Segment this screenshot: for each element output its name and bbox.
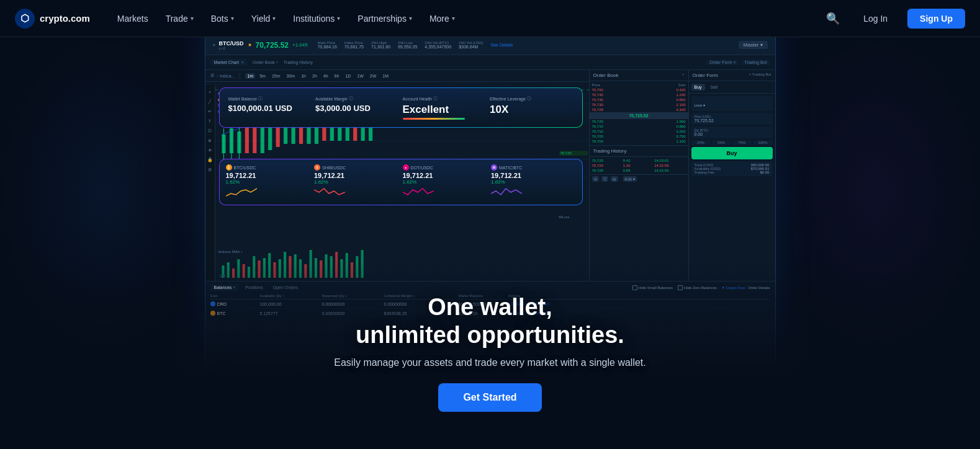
effective-leverage-section: Effective Leverage ⓘ 10X — [490, 96, 573, 120]
nav-item-partnerships[interactable]: Partnerships ▾ — [350, 10, 420, 27]
low-value: 69,550.35 — [398, 45, 417, 49]
high-value: 71,301.80 — [371, 45, 390, 49]
chevron-down-icon: ▾ — [272, 15, 276, 22]
effective-leverage-label: Effective Leverage ⓘ — [490, 96, 573, 102]
fee-value: $0.00 — [760, 171, 769, 174]
time-6h: 6h — [333, 73, 341, 79]
wallet-balance-section: Wallet Balance ⓘ $100,000.01 USD — [228, 96, 312, 120]
nav-item-more[interactable]: More ▾ — [422, 10, 462, 27]
sell-tab: Sell — [708, 84, 721, 91]
dot-usdc-pair: ● DOT/USDC 19,712.21 1.62% — [403, 164, 488, 200]
matic-icon: M — [491, 164, 497, 171]
ticker-pair: ≡ BTC/USD L=2 ★ 70,725.52 +1.045 — [213, 40, 308, 50]
info-icon: ⓘ — [349, 96, 353, 102]
wallet-balance-label: Wallet Balance ⓘ — [228, 96, 312, 102]
depth-grid-icon: ⊞ — [592, 176, 599, 182]
shib-pair-name: SHIB/USDC — [322, 166, 346, 170]
th-row: 70,7250.4214:23:01 — [590, 158, 688, 163]
nav-item-institutions[interactable]: Institutions ▾ — [285, 10, 348, 27]
ticker-details: Mark Price 70,684.16 Index Price 70,681.… — [318, 41, 513, 49]
nav-item-bots[interactable]: Bots ▾ — [204, 10, 241, 27]
nav-right: 🔍 Log In Sign Up — [822, 8, 965, 29]
login-button[interactable]: Log In — [853, 10, 897, 27]
market-chart-tab: Market Chart × — [210, 59, 248, 66]
matic-pair-header: M MATIC/BTC — [491, 164, 576, 171]
nav-item-markets[interactable]: Markets — [110, 10, 156, 27]
index-price: 70,681.75 — [344, 45, 364, 49]
favorite-icon: ★ — [248, 42, 252, 48]
search-icon[interactable]: 🔍 — [822, 8, 843, 29]
nav-item-trade[interactable]: Trade ▾ — [158, 10, 201, 27]
divider — [240, 73, 240, 79]
buy-button[interactable]: Buy — [691, 147, 773, 159]
order-type-tabs: Buy Sell — [689, 81, 775, 94]
eye-icon: 👁 — [208, 148, 212, 153]
trading-bot-tab: Trading Bot — [742, 60, 770, 65]
trading-history-title: Trading History — [590, 145, 688, 157]
matic-btc-pair: M MATIC/BTC 19,712.21 1.62% — [491, 164, 576, 200]
see-details-link: See Details — [491, 43, 513, 47]
chevron-down-icon: ▾ — [452, 15, 455, 22]
ob-bid-row: 70,7103.200 — [590, 129, 688, 134]
order-book-asks: PriceSize 70,7500.420 70,7401.230 70,735… — [590, 81, 688, 145]
btc-pair-header: ₿ BTC/USDC — [226, 164, 311, 171]
pencil-icon: ✏ — [208, 109, 212, 114]
nav-links: Markets Trade ▾ Bots ▾ Yield ▾ Instituti… — [110, 10, 822, 27]
order-form-title: Order Form — [693, 73, 718, 78]
chevron-down-icon: ▾ — [337, 15, 340, 22]
order-form-close: × Trading Bot — [749, 73, 771, 78]
time-5m: 5m — [258, 73, 267, 79]
ticker-price: 70,725.52 — [256, 41, 289, 50]
ob-bid-row: 70,7150.890 — [590, 124, 688, 129]
line-icon: ╱ — [209, 99, 211, 104]
health-bar — [403, 118, 465, 120]
ticker-symbol: BTC/USD — [219, 40, 244, 47]
fee-label: Trading Fee — [695, 171, 714, 174]
time-1h: 1h — [299, 73, 308, 79]
menu-icon: ≡ — [213, 43, 215, 47]
available-margin-label: Available Margin ⓘ — [315, 96, 399, 102]
get-started-button[interactable]: Get Started — [438, 383, 541, 412]
time-1d: 1D — [343, 73, 353, 79]
chevron-down-icon: ▾ — [409, 15, 412, 22]
info-icon: ⓘ — [433, 96, 438, 102]
account-health-value: Excellent — [403, 104, 487, 116]
qty-value: 0.00 — [695, 132, 770, 136]
settings-icon: ⚙ — [208, 167, 212, 172]
th-row: 70,7201.2014:22:58 — [590, 163, 688, 168]
order-info-row3: Trading Fee $0.00 — [695, 171, 770, 174]
nav-item-yield[interactable]: Yield ▾ — [244, 10, 284, 27]
order-form-body: Limit ▾ Price (USD) 70,725.52 Qty (BTC) … — [689, 94, 775, 179]
ob-ask-row: 70,7350.850 — [590, 97, 688, 102]
order-book-close: × — [682, 73, 685, 78]
account-health-section: Account Health ⓘ Excellent — [403, 96, 487, 120]
dot-icon: ● — [403, 164, 409, 171]
ticker-bar: ≡ BTC/USD L=2 ★ 70,725.52 +1.045 Mark Pr… — [205, 35, 775, 55]
ob-ask-row: 70,7401.230 — [590, 92, 688, 97]
logo-text: crypto.com — [40, 13, 90, 24]
logo-icon: ⬡ — [15, 9, 35, 29]
logo[interactable]: ⬡ crypto.com — [15, 9, 90, 29]
dot-pair-name: DOT/USDC — [411, 166, 434, 170]
chevron-down-icon: ▾ — [191, 15, 194, 22]
wallet-balance-card: Wallet Balance ⓘ $100,000.01 USD Availab… — [219, 87, 583, 128]
matic-price: 19,712.21 — [491, 172, 576, 179]
text-icon: T — [209, 119, 211, 123]
right-tabs: Order Form × Trading Bot — [706, 60, 770, 65]
ticker-change: +1.045 — [292, 42, 308, 48]
time-15m: 15m — [270, 73, 282, 79]
dot-price: 19,712.21 — [403, 172, 488, 179]
preset-50: 50% — [712, 140, 731, 145]
btc-usdc-pair: ₿ BTC/USDC 19,712.21 1.62% — [226, 164, 311, 200]
signup-button[interactable]: Sign Up — [907, 9, 965, 29]
navbar: ⬡ crypto.com Markets Trade ▾ Bots ▾ Yiel… — [0, 0, 980, 37]
chart-area: ☰ ↑ Indica... 1m 5m 15m 30m 1h 2h 4h 6h … — [205, 70, 589, 281]
dot-change: 1.62% — [403, 179, 488, 185]
info-icon: ⓘ — [258, 96, 263, 102]
matic-change: 1.62% — [491, 179, 576, 185]
preset-75: 75% — [732, 140, 752, 145]
depth-controls: ⊞ ☰ ▤ 0.01 ▾ — [590, 174, 688, 183]
order-form-panel: Order Form × Trading Bot Buy Sell Limit … — [688, 70, 775, 281]
hero-subtitle: Easily manage your assets and trade ever… — [334, 357, 645, 368]
time-1m2: 1M — [380, 73, 390, 79]
